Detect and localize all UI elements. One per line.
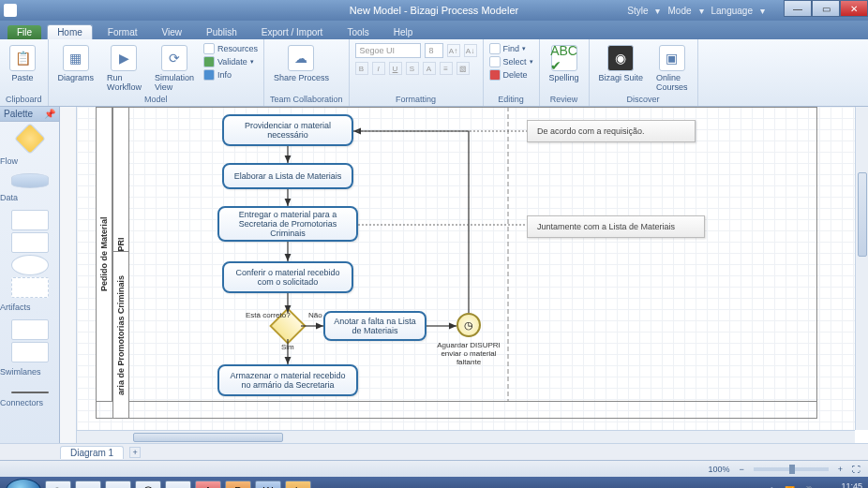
- taskbar-explorer-icon[interactable]: 🗀: [45, 481, 71, 488]
- gateway-no: Não: [308, 311, 322, 319]
- timer-label: Aguardar DISUPRI enviar o material falta…: [436, 341, 501, 366]
- palette-connector-icon[interactable]: [11, 392, 49, 393]
- annotation-requisicao[interactable]: De acordo com a requisição.: [527, 120, 696, 142]
- taskbar-ie-icon[interactable]: e: [75, 481, 101, 488]
- palette-swimlane-icon[interactable]: [11, 342, 49, 362]
- taskbar-powerpoint-icon[interactable]: P: [225, 481, 251, 488]
- group-clipboard: Clipboard: [6, 95, 42, 106]
- tab-help[interactable]: Help: [384, 25, 423, 39]
- gateway-yes: Sim: [281, 343, 294, 351]
- annotation-lista[interactable]: Juntamente com a Lista de Materiais: [527, 215, 705, 238]
- find-button[interactable]: Find ▾: [489, 43, 533, 54]
- task-conferir[interactable]: Conferir o material recebido com o solic…: [222, 261, 353, 293]
- taskbar-word-icon[interactable]: W: [255, 481, 281, 488]
- palette-shape-icon[interactable]: [11, 210, 49, 230]
- vertical-scrollbar[interactable]: [855, 107, 868, 430]
- group-discover: Discover: [595, 95, 692, 106]
- italic-button[interactable]: I: [372, 62, 385, 75]
- tab-format[interactable]: Format: [98, 25, 147, 39]
- diagrams-button[interactable]: ▦Diagrams: [54, 43, 98, 84]
- taskbar-outlook-icon[interactable]: ✉: [165, 481, 191, 488]
- ribbon-tabs: File Home Format View Publish Export / I…: [0, 21, 868, 39]
- timer-event[interactable]: ◷: [456, 313, 481, 337]
- zoom-in-button[interactable]: +: [838, 465, 843, 474]
- palette-panel: Palette📌 Flow Data Artifacts Swimlanes C…: [0, 107, 60, 443]
- maximize-button[interactable]: ▭: [812, 0, 840, 17]
- bizagi-suite-button[interactable]: ◉Bizagi Suite: [595, 43, 648, 84]
- task-entregar[interactable]: Entregar o material para a Secretaria de…: [217, 206, 358, 242]
- close-button[interactable]: ✕: [840, 0, 868, 17]
- bold-button[interactable]: B: [355, 62, 368, 75]
- fit-button[interactable]: ⛶: [852, 465, 861, 474]
- validate-button[interactable]: Validate ▾: [203, 56, 258, 67]
- start-button[interactable]: [6, 479, 41, 488]
- font-select[interactable]: Segoe UI: [355, 43, 421, 58]
- task-anotar[interactable]: Anotar a falta na Lista de Materiais: [323, 311, 427, 341]
- tab-export-import[interactable]: Export / Import: [252, 25, 333, 39]
- online-courses-button[interactable]: ▣Online Courses: [652, 43, 692, 94]
- palette-title: Palette: [4, 109, 33, 119]
- palette-shape-icon[interactable]: [11, 232, 49, 253]
- resources-button[interactable]: Resources: [203, 43, 258, 54]
- taskbar-wmp-icon[interactable]: ▶: [105, 481, 131, 488]
- run-workflow-button[interactable]: ▶Run Workflow: [103, 43, 145, 94]
- gateway-label: Está correto?: [246, 311, 291, 319]
- delete-button[interactable]: Delete: [489, 69, 533, 81]
- task-providenciar[interactable]: Providenciar o material necessário: [222, 114, 353, 146]
- title-bar: New Model - Bizagi Process Modeler Style…: [0, 0, 868, 21]
- diagram-canvas[interactable]: Pedido de Material DISUPRI aria de Promo…: [77, 107, 855, 430]
- fill-color-button[interactable]: ▧: [456, 62, 470, 75]
- palette-swimlanes-label: Swimlanes: [0, 366, 59, 380]
- share-process-button[interactable]: ☁Share Process: [270, 43, 333, 84]
- status-bar: 100% − + ⛶: [0, 460, 868, 477]
- taskbar-adobe-icon[interactable]: A: [195, 481, 221, 488]
- palette-flow-icon[interactable]: [14, 123, 46, 155]
- horizontal-scrollbar[interactable]: [77, 430, 855, 443]
- diagram-tab-1[interactable]: Diagram 1: [60, 446, 124, 459]
- zoom-out-button[interactable]: −: [739, 465, 743, 474]
- tab-publish[interactable]: Publish: [197, 25, 247, 39]
- task-elaborar[interactable]: Elaborar a Lista de Materiais: [222, 163, 353, 189]
- tab-tools[interactable]: Tools: [337, 25, 378, 39]
- palette-swimlane-icon[interactable]: [11, 319, 49, 340]
- align-button[interactable]: ≡: [440, 62, 453, 75]
- tab-file[interactable]: File: [7, 25, 41, 39]
- group-formatting: Formatting: [355, 95, 477, 106]
- group-editing: Editing: [489, 95, 533, 106]
- select-button[interactable]: Select ▾: [489, 56, 533, 67]
- palette-data-icon[interactable]: [11, 173, 49, 188]
- palette-shape-icon[interactable]: [11, 277, 49, 298]
- group-team: Team Collaboration: [270, 95, 343, 106]
- taskbar-chrome-icon[interactable]: ◯: [135, 481, 161, 488]
- vertical-ruler: [60, 107, 77, 443]
- palette-shape-icon[interactable]: [11, 255, 49, 275]
- tab-view[interactable]: View: [152, 25, 191, 39]
- strike-button[interactable]: S: [406, 62, 419, 75]
- palette-pin-icon[interactable]: 📌: [44, 109, 55, 119]
- task-armazenar[interactable]: Armazenar o material recebido no armário…: [217, 364, 358, 396]
- tray-time[interactable]: 11:45: [820, 481, 862, 488]
- spelling-button[interactable]: ABC✔Spelling: [546, 43, 583, 84]
- lane-secretaria[interactable]: aria de Promotorias Criminais: [112, 251, 129, 419]
- palette-connectors-label: Connectors: [0, 397, 59, 411]
- simulation-view-button[interactable]: ⟳Simulation View: [151, 43, 198, 94]
- info-button[interactable]: Info: [203, 69, 258, 81]
- taskbar-bizagi-icon[interactable]: b: [285, 481, 311, 488]
- palette-flow-label: Flow: [0, 155, 59, 170]
- language-menu[interactable]: Language: [711, 6, 754, 16]
- mode-menu[interactable]: Mode: [667, 6, 691, 16]
- add-diagram-button[interactable]: +: [129, 447, 141, 458]
- paste-button[interactable]: 📋Paste: [6, 43, 39, 84]
- group-review: Review: [546, 95, 583, 106]
- font-color-button[interactable]: A: [423, 62, 436, 75]
- zoom-slider[interactable]: [754, 467, 829, 471]
- minimize-button[interactable]: —: [784, 0, 812, 17]
- underline-button[interactable]: U: [389, 62, 402, 75]
- group-model: Model: [54, 95, 258, 106]
- style-menu[interactable]: Style: [627, 6, 648, 16]
- palette-artifacts-label: Artifacts: [0, 302, 59, 316]
- shrink-font-button[interactable]: A↓: [464, 44, 477, 57]
- font-size-select[interactable]: 8: [425, 43, 443, 58]
- tab-home[interactable]: Home: [47, 24, 93, 39]
- grow-font-button[interactable]: A↑: [447, 44, 460, 57]
